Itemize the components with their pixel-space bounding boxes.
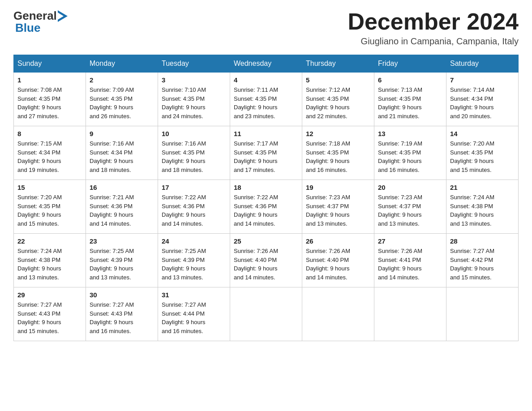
sunset-text: Sunset: 4:35 PM [378, 94, 442, 103]
day-info: Sunrise: 7:17 AMSunset: 4:35 PMDaylight:… [234, 139, 298, 174]
daylight-text-cont: and 15 minutes. [17, 219, 82, 228]
day-of-week-header: Wednesday [230, 55, 302, 73]
daylight-text: Daylight: 9 hours [378, 157, 442, 166]
sunset-text: Sunset: 4:41 PM [378, 256, 442, 265]
sunrise-text: Sunrise: 7:11 AM [234, 86, 298, 94]
day-info: Sunrise: 7:26 AMSunset: 4:40 PMDaylight:… [306, 247, 370, 282]
calendar-week-row: 15Sunrise: 7:20 AMSunset: 4:35 PMDayligh… [14, 180, 519, 234]
sunrise-text: Sunrise: 7:27 AM [162, 300, 226, 309]
calendar-cell: 23Sunrise: 7:25 AMSunset: 4:39 PMDayligh… [86, 234, 158, 287]
daylight-text-cont: and 14 minutes. [234, 219, 298, 228]
sunrise-text: Sunrise: 7:21 AM [90, 193, 154, 202]
calendar-cell: 16Sunrise: 7:21 AMSunset: 4:36 PMDayligh… [86, 180, 158, 234]
daylight-text: Daylight: 9 hours [90, 318, 154, 327]
calendar-cell: 1Sunrise: 7:08 AMSunset: 4:35 PMDaylight… [14, 73, 86, 126]
calendar-cell: 4Sunrise: 7:11 AMSunset: 4:35 PMDaylight… [230, 73, 302, 126]
calendar-cell: 15Sunrise: 7:20 AMSunset: 4:35 PMDayligh… [14, 180, 86, 234]
day-info: Sunrise: 7:25 AMSunset: 4:39 PMDaylight:… [90, 247, 154, 282]
sunrise-text: Sunrise: 7:19 AM [378, 139, 442, 148]
day-number: 11 [234, 130, 298, 137]
sunset-text: Sunset: 4:35 PM [306, 94, 370, 103]
daylight-text-cont: and 14 minutes. [378, 273, 442, 282]
sunrise-text: Sunrise: 7:26 AM [234, 247, 298, 256]
daylight-text-cont: and 27 minutes. [17, 112, 82, 121]
daylight-text-cont: and 21 minutes. [378, 112, 442, 121]
day-info: Sunrise: 7:25 AMSunset: 4:39 PMDaylight:… [162, 247, 226, 282]
day-number: 15 [17, 184, 82, 191]
day-number: 8 [17, 130, 82, 137]
day-info: Sunrise: 7:23 AMSunset: 4:37 PMDaylight:… [378, 193, 442, 228]
sunrise-text: Sunrise: 7:16 AM [162, 139, 226, 148]
calendar-cell: 9Sunrise: 7:16 AMSunset: 4:34 PMDaylight… [86, 126, 158, 180]
sunrise-text: Sunrise: 7:09 AM [90, 86, 154, 94]
daylight-text-cont: and 19 minutes. [17, 166, 82, 175]
sunset-text: Sunset: 4:35 PM [306, 148, 370, 157]
daylight-text-cont: and 13 minutes. [90, 273, 154, 282]
daylight-text: Daylight: 9 hours [162, 210, 226, 219]
day-info: Sunrise: 7:18 AMSunset: 4:35 PMDaylight:… [306, 139, 370, 174]
calendar-cell: 13Sunrise: 7:19 AMSunset: 4:35 PMDayligh… [374, 126, 446, 180]
day-number: 12 [306, 130, 370, 137]
day-info: Sunrise: 7:26 AMSunset: 4:40 PMDaylight:… [234, 247, 298, 282]
day-info: Sunrise: 7:27 AMSunset: 4:42 PMDaylight:… [450, 247, 515, 282]
daylight-text: Daylight: 9 hours [162, 103, 226, 112]
sunset-text: Sunset: 4:37 PM [306, 202, 370, 211]
sunrise-text: Sunrise: 7:27 AM [450, 247, 515, 256]
calendar-cell: 11Sunrise: 7:17 AMSunset: 4:35 PMDayligh… [230, 126, 302, 180]
calendar-cell: 27Sunrise: 7:26 AMSunset: 4:41 PMDayligh… [374, 234, 446, 287]
day-info: Sunrise: 7:13 AMSunset: 4:35 PMDaylight:… [378, 86, 442, 120]
location-title: Giugliano in Campania, Campania, Italy [348, 36, 519, 47]
calendar-cell: 22Sunrise: 7:24 AMSunset: 4:38 PMDayligh… [14, 234, 86, 287]
day-info: Sunrise: 7:16 AMSunset: 4:35 PMDaylight:… [162, 139, 226, 174]
day-of-week-header: Monday [86, 55, 158, 73]
calendar-cell: 2Sunrise: 7:09 AMSunset: 4:35 PMDaylight… [86, 73, 158, 126]
daylight-text: Daylight: 9 hours [90, 157, 154, 166]
day-info: Sunrise: 7:20 AMSunset: 4:35 PMDaylight:… [450, 139, 515, 174]
calendar-cell: 14Sunrise: 7:20 AMSunset: 4:35 PMDayligh… [446, 126, 519, 180]
daylight-text-cont: and 22 minutes. [306, 112, 370, 121]
daylight-text-cont: and 13 minutes. [450, 219, 515, 228]
sunrise-text: Sunrise: 7:15 AM [17, 139, 82, 148]
daylight-text: Daylight: 9 hours [306, 210, 370, 219]
day-number: 26 [306, 237, 370, 245]
daylight-text-cont: and 16 minutes. [162, 327, 226, 336]
daylight-text: Daylight: 9 hours [162, 264, 226, 273]
calendar-cell [374, 287, 446, 341]
sunset-text: Sunset: 4:40 PM [234, 256, 298, 265]
day-number: 30 [90, 291, 154, 299]
day-number: 29 [17, 291, 82, 299]
day-number: 2 [90, 76, 154, 84]
calendar-week-row: 1Sunrise: 7:08 AMSunset: 4:35 PMDaylight… [14, 73, 519, 126]
day-info: Sunrise: 7:22 AMSunset: 4:36 PMDaylight:… [234, 193, 298, 228]
calendar-week-row: 29Sunrise: 7:27 AMSunset: 4:43 PMDayligh… [14, 287, 519, 341]
sunset-text: Sunset: 4:38 PM [17, 256, 82, 265]
sunset-text: Sunset: 4:43 PM [90, 309, 154, 318]
day-number: 14 [450, 130, 515, 137]
day-info: Sunrise: 7:27 AMSunset: 4:43 PMDaylight:… [90, 300, 154, 335]
day-info: Sunrise: 7:26 AMSunset: 4:41 PMDaylight:… [378, 247, 442, 282]
daylight-text: Daylight: 9 hours [378, 210, 442, 219]
calendar-cell: 18Sunrise: 7:22 AMSunset: 4:36 PMDayligh… [230, 180, 302, 234]
day-number: 28 [450, 237, 515, 245]
daylight-text-cont: and 14 minutes. [90, 219, 154, 228]
day-of-week-header: Saturday [446, 55, 519, 73]
calendar-header-row: SundayMondayTuesdayWednesdayThursdayFrid… [14, 55, 519, 73]
calendar-cell: 19Sunrise: 7:23 AMSunset: 4:37 PMDayligh… [302, 180, 374, 234]
sunrise-text: Sunrise: 7:27 AM [17, 300, 82, 309]
sunset-text: Sunset: 4:35 PM [162, 94, 226, 103]
daylight-text: Daylight: 9 hours [450, 264, 515, 273]
sunrise-text: Sunrise: 7:23 AM [378, 193, 442, 202]
daylight-text-cont: and 23 minutes. [234, 112, 298, 121]
day-of-week-header: Tuesday [158, 55, 230, 73]
calendar-cell: 28Sunrise: 7:27 AMSunset: 4:42 PMDayligh… [446, 234, 519, 287]
day-info: Sunrise: 7:16 AMSunset: 4:34 PMDaylight:… [90, 139, 154, 174]
day-number: 5 [306, 76, 370, 84]
day-info: Sunrise: 7:21 AMSunset: 4:36 PMDaylight:… [90, 193, 154, 228]
daylight-text: Daylight: 9 hours [306, 157, 370, 166]
calendar-cell: 7Sunrise: 7:14 AMSunset: 4:34 PMDaylight… [446, 73, 519, 126]
sunrise-text: Sunrise: 7:24 AM [17, 247, 82, 256]
day-info: Sunrise: 7:10 AMSunset: 4:35 PMDaylight:… [162, 86, 226, 120]
daylight-text: Daylight: 9 hours [17, 318, 82, 327]
month-title: December 2024 [348, 9, 519, 34]
daylight-text-cont: and 17 minutes. [234, 166, 298, 175]
